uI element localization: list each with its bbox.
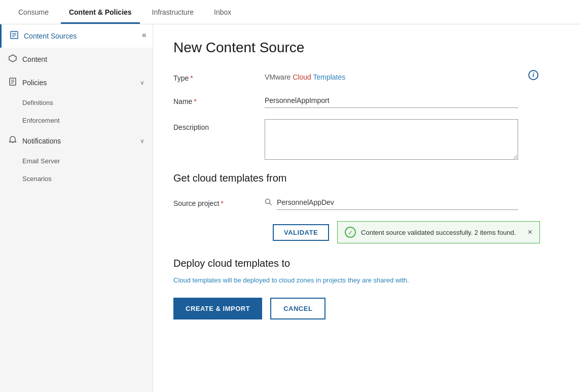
create-import-button[interactable]: CREATE & IMPORT	[173, 298, 262, 319]
name-row: Name*	[173, 93, 560, 108]
deploy-section-title: Deploy cloud templates to	[173, 258, 560, 269]
policies-icon	[8, 77, 17, 88]
top-nav: Consume Content & Policies Infrastructur…	[0, 0, 580, 24]
type-vmware: VMware	[265, 73, 291, 81]
info-icon[interactable]: i	[528, 70, 538, 80]
get-cloud-section-title: Get cloud templates from	[173, 172, 560, 184]
sidebar-item-content[interactable]: Content	[0, 48, 153, 71]
sidebar-sub-item-email-server[interactable]: Email Server	[0, 152, 153, 170]
cancel-button[interactable]: CANCEL	[270, 298, 325, 319]
description-input[interactable]	[265, 119, 518, 160]
sidebar-sub-item-definitions[interactable]: Definitions	[0, 94, 153, 112]
tab-consume[interactable]: Consume	[10, 2, 57, 24]
deploy-section: Deploy cloud templates to Cloud template…	[173, 258, 560, 286]
notifications-label: Notifications	[22, 137, 61, 145]
sidebar-item-content-sources[interactable]: Content Sources	[0, 24, 153, 48]
source-project-search-icon	[265, 198, 272, 207]
page-title: New Content Source	[173, 40, 560, 56]
source-project-label: Source project*	[173, 195, 265, 207]
notifications-chevron-icon: ∨	[140, 137, 144, 145]
close-banner-button[interactable]: ×	[528, 228, 532, 236]
validate-row: VALIDATE ✓ Content source validated succ…	[173, 221, 560, 243]
sidebar-section-policies[interactable]: Policies ∨	[0, 71, 153, 94]
action-buttons: CREATE & IMPORT CANCEL	[173, 298, 560, 319]
type-cloud: Cloud	[293, 73, 311, 81]
name-value-container	[265, 93, 518, 108]
tab-content-policies[interactable]: Content & Policies	[61, 2, 140, 24]
success-banner: ✓ Content source validated successfully.…	[337, 221, 540, 243]
success-check-icon: ✓	[345, 227, 356, 238]
sidebar-sub-item-enforcement[interactable]: Enforcement	[0, 112, 153, 129]
type-templates: Templates	[313, 73, 345, 81]
svg-line-11	[270, 203, 272, 205]
source-project-required-star: *	[221, 199, 223, 207]
policies-label: Policies	[22, 79, 47, 87]
sidebar-item-content-label: Content	[22, 55, 47, 63]
content-sources-icon	[10, 30, 19, 42]
type-row: Type* VMware Cloud Templates i	[173, 70, 560, 82]
source-project-input[interactable]	[277, 195, 518, 210]
description-label: Description	[173, 119, 265, 131]
success-message: Content source validated successfully. 2…	[361, 229, 523, 236]
sidebar-collapse-button[interactable]: «	[142, 30, 147, 40]
name-input[interactable]	[265, 93, 518, 108]
sidebar-sub-item-scenarios[interactable]: Scenarios	[0, 170, 153, 188]
validate-button[interactable]: VALIDATE	[273, 224, 329, 241]
name-label: Name*	[173, 93, 265, 105]
type-value: VMware Cloud Templates	[265, 70, 518, 81]
sidebar: « Content Sources Content	[0, 24, 153, 392]
layout: « Content Sources Content	[0, 24, 580, 392]
type-label: Type*	[173, 70, 265, 82]
tab-inbox[interactable]: Inbox	[206, 2, 239, 24]
description-value-container	[265, 119, 518, 161]
type-required-star: *	[190, 74, 193, 82]
description-row: Description	[173, 119, 560, 161]
content-icon	[8, 54, 17, 65]
sidebar-section-notifications[interactable]: Notifications ∨	[0, 129, 153, 152]
source-project-input-container	[265, 195, 518, 210]
sidebar-item-content-sources-label: Content Sources	[24, 32, 77, 40]
notifications-icon	[8, 135, 17, 146]
deploy-description: Cloud templates will be deployed to clou…	[173, 275, 560, 286]
svg-marker-4	[9, 55, 16, 62]
main-content: New Content Source Type* VMware Cloud Te…	[153, 24, 580, 392]
tab-infrastructure[interactable]: Infrastructure	[144, 2, 202, 24]
source-project-row: Source project*	[173, 195, 560, 210]
name-required-star: *	[194, 97, 196, 105]
policies-chevron-icon: ∨	[140, 79, 144, 86]
